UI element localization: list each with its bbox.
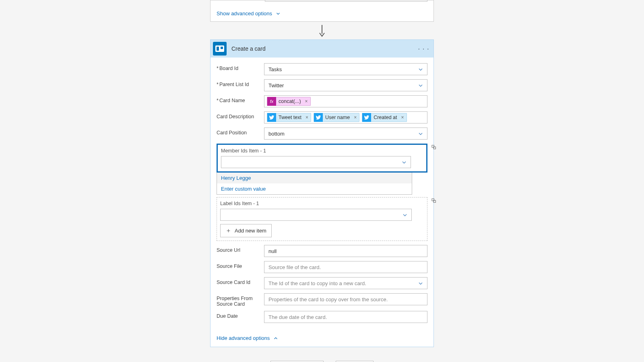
source-card-id-label: Source Card Id bbox=[217, 277, 264, 285]
action-header[interactable]: Create a card · · · bbox=[211, 40, 433, 58]
token-text: concat(...) bbox=[279, 99, 301, 104]
twitter-icon bbox=[362, 113, 371, 122]
chevron-down-icon bbox=[417, 130, 424, 137]
board-id-value: Tasks bbox=[268, 66, 282, 72]
member-ids-item-title: Member Ids Item - 1 bbox=[221, 148, 411, 154]
array-toolbar-icon[interactable] bbox=[431, 198, 438, 206]
chevron-down-icon bbox=[401, 159, 407, 166]
previous-action-card: Show advanced options bbox=[210, 0, 434, 22]
card-description-input[interactable]: Tweet text × User name × bbox=[264, 111, 427, 123]
action-menu-button[interactable]: · · · bbox=[418, 46, 429, 52]
due-date-placeholder: The due date of the card. bbox=[268, 314, 327, 320]
label-ids-array-item: Label Ids Item - 1 ＋ Add new item bbox=[217, 197, 427, 241]
svg-rect-3 bbox=[432, 199, 434, 201]
chevron-down-icon bbox=[417, 280, 424, 287]
dropdown-option-custom[interactable]: Enter custom value bbox=[217, 183, 412, 194]
token-remove-icon[interactable]: × bbox=[305, 99, 308, 104]
due-date-label: Due Date bbox=[217, 311, 264, 319]
chevron-up-icon bbox=[273, 335, 279, 341]
token-remove-icon[interactable]: × bbox=[305, 115, 308, 120]
trello-icon bbox=[213, 42, 227, 56]
dynamic-token[interactable]: Tweet text × bbox=[267, 113, 311, 122]
token-text: User name bbox=[325, 115, 350, 120]
create-card-action: Create a card · · · *Board Id Tasks * bbox=[210, 39, 434, 347]
fx-icon: fx bbox=[267, 97, 276, 106]
dynamic-token[interactable]: User name × bbox=[314, 113, 359, 122]
svg-rect-1 bbox=[432, 145, 434, 147]
properties-from-source-label: Properties From Source Card bbox=[217, 293, 264, 307]
label-ids-item-title: Label Ids Item - 1 bbox=[220, 201, 412, 206]
source-url-input[interactable]: null bbox=[264, 245, 427, 257]
add-new-item-button[interactable]: ＋ Add new item bbox=[220, 224, 272, 237]
svg-rect-2 bbox=[433, 147, 436, 149]
due-date-input[interactable]: The due date of the card. bbox=[264, 311, 427, 323]
parent-list-id-label: *Parent List Id bbox=[217, 79, 264, 87]
token-remove-icon[interactable]: × bbox=[354, 115, 357, 120]
source-file-input[interactable]: Source file of the card. bbox=[264, 261, 427, 273]
action-title: Create a card bbox=[231, 45, 413, 52]
member-ids-array-item: Member Ids Item - 1 bbox=[217, 144, 427, 173]
token-remove-icon[interactable]: × bbox=[401, 115, 404, 120]
show-advanced-options-link[interactable]: Show advanced options bbox=[217, 10, 281, 16]
dropdown-option[interactable]: Henry Legge bbox=[217, 173, 412, 183]
twitter-icon bbox=[267, 113, 276, 122]
card-position-value: bottom bbox=[268, 131, 285, 137]
card-name-input[interactable]: fx concat(...) × bbox=[264, 95, 427, 107]
hide-advanced-label: Hide advanced options bbox=[217, 335, 270, 341]
twitter-icon bbox=[314, 113, 323, 122]
previous-action-field-edge bbox=[265, 0, 427, 2]
member-ids-dropdown: Henry Legge Enter custom value bbox=[217, 173, 412, 195]
plus-icon: ＋ bbox=[225, 227, 231, 234]
chevron-down-icon bbox=[417, 66, 424, 73]
source-url-value: null bbox=[268, 248, 277, 254]
svg-rect-4 bbox=[433, 200, 436, 202]
array-toolbar-icon[interactable] bbox=[431, 144, 438, 152]
show-advanced-label: Show advanced options bbox=[217, 10, 272, 16]
token-text: Tweet text bbox=[279, 115, 301, 120]
token-text: Created at bbox=[374, 115, 397, 120]
parent-list-id-value: Twitter bbox=[268, 82, 284, 88]
card-description-label: Card Description bbox=[217, 111, 264, 119]
action-body: *Board Id Tasks *Parent List Id Twitter bbox=[211, 58, 433, 347]
source-card-id-placeholder: The Id of the card to copy into a new ca… bbox=[268, 280, 366, 286]
card-name-label: *Card Name bbox=[217, 95, 264, 103]
label-ids-select[interactable] bbox=[220, 209, 412, 221]
chevron-down-icon bbox=[402, 212, 408, 218]
hide-advanced-options-link[interactable]: Hide advanced options bbox=[217, 335, 279, 341]
properties-from-source-input[interactable]: Properties of the card to copy over from… bbox=[264, 293, 427, 305]
source-url-label: Source Url bbox=[217, 245, 264, 253]
add-item-label: Add new item bbox=[235, 228, 266, 234]
source-file-label: Source File bbox=[217, 261, 264, 269]
parent-list-id-select[interactable]: Twitter bbox=[264, 79, 427, 91]
dynamic-token[interactable]: Created at × bbox=[362, 113, 407, 122]
card-position-label: Card Position bbox=[217, 128, 264, 136]
flow-connector-arrow bbox=[210, 25, 434, 36]
chevron-down-icon bbox=[417, 82, 424, 89]
source-file-placeholder: Source file of the card. bbox=[268, 264, 321, 270]
chevron-down-icon bbox=[275, 11, 281, 16]
properties-from-source-placeholder: Properties of the card to copy over from… bbox=[268, 296, 388, 302]
expression-token[interactable]: fx concat(...) × bbox=[267, 97, 311, 106]
source-card-id-select[interactable]: The Id of the card to copy into a new ca… bbox=[264, 277, 427, 289]
card-position-select[interactable]: bottom bbox=[264, 128, 427, 140]
board-id-label: *Board Id bbox=[217, 63, 264, 71]
board-id-select[interactable]: Tasks bbox=[264, 63, 427, 75]
member-ids-select[interactable] bbox=[221, 156, 411, 168]
